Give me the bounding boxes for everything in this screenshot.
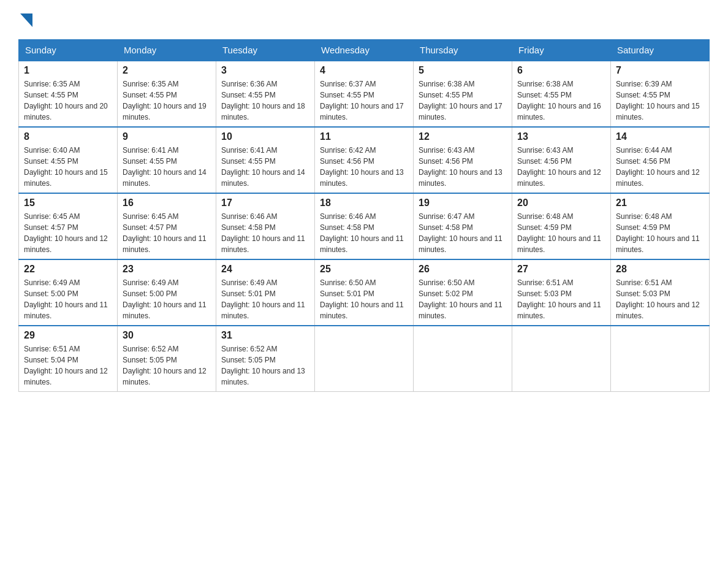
day-number: 13 <box>517 131 605 142</box>
calendar-cell: 24Sunrise: 6:49 AMSunset: 5:01 PMDayligh… <box>216 259 315 326</box>
weekday-header-saturday: Saturday <box>611 40 710 61</box>
weekday-header-wednesday: Wednesday <box>315 40 414 61</box>
day-info: Sunrise: 6:42 AMSunset: 4:56 PMDaylight:… <box>320 145 408 189</box>
day-number: 31 <box>221 330 309 341</box>
day-info: Sunrise: 6:51 AMSunset: 5:04 PMDaylight:… <box>24 343 112 388</box>
calendar-cell: 2Sunrise: 6:35 AMSunset: 4:55 PMDaylight… <box>118 61 216 127</box>
day-number: 28 <box>616 264 704 275</box>
calendar-cell: 7Sunrise: 6:39 AMSunset: 4:55 PMDaylight… <box>611 61 710 127</box>
calendar-cell: 29Sunrise: 6:51 AMSunset: 5:04 PMDayligh… <box>19 326 118 392</box>
day-info: Sunrise: 6:45 AMSunset: 4:57 PMDaylight:… <box>24 211 112 255</box>
calendar-cell <box>512 326 611 392</box>
calendar-cell: 30Sunrise: 6:52 AMSunset: 5:05 PMDayligh… <box>118 326 216 392</box>
weekday-header-monday: Monday <box>118 40 216 61</box>
day-info: Sunrise: 6:40 AMSunset: 4:55 PMDaylight:… <box>24 145 112 189</box>
calendar-cell: 31Sunrise: 6:52 AMSunset: 5:05 PMDayligh… <box>216 326 315 392</box>
calendar-cell: 6Sunrise: 6:38 AMSunset: 4:55 PMDaylight… <box>512 61 611 127</box>
calendar-cell: 13Sunrise: 6:43 AMSunset: 4:56 PMDayligh… <box>512 127 611 193</box>
day-number: 1 <box>24 65 112 76</box>
day-number: 4 <box>320 65 408 76</box>
calendar-cell: 1Sunrise: 6:35 AMSunset: 4:55 PMDaylight… <box>19 61 118 127</box>
day-info: Sunrise: 6:46 AMSunset: 4:58 PMDaylight:… <box>320 211 408 255</box>
day-info: Sunrise: 6:39 AMSunset: 4:55 PMDaylight:… <box>616 79 704 123</box>
day-number: 6 <box>517 65 605 76</box>
calendar-cell: 17Sunrise: 6:46 AMSunset: 4:58 PMDayligh… <box>216 193 315 259</box>
calendar-cell: 3Sunrise: 6:36 AMSunset: 4:55 PMDaylight… <box>216 61 315 127</box>
calendar-cell: 27Sunrise: 6:51 AMSunset: 5:03 PMDayligh… <box>512 259 611 326</box>
calendar-cell: 28Sunrise: 6:51 AMSunset: 5:03 PMDayligh… <box>611 259 710 326</box>
logo-arrow-icon <box>20 13 32 27</box>
week-row-2: 8Sunrise: 6:40 AMSunset: 4:55 PMDaylight… <box>19 127 710 193</box>
day-number: 7 <box>616 65 704 76</box>
day-number: 26 <box>419 264 507 275</box>
day-info: Sunrise: 6:49 AMSunset: 5:00 PMDaylight:… <box>123 277 211 321</box>
calendar-table: SundayMondayTuesdayWednesdayThursdayFrid… <box>18 39 710 392</box>
day-number: 24 <box>221 264 309 275</box>
calendar-cell <box>611 326 710 392</box>
day-info: Sunrise: 6:49 AMSunset: 5:00 PMDaylight:… <box>24 277 112 321</box>
day-number: 15 <box>24 197 112 209</box>
day-number: 19 <box>419 197 507 209</box>
day-number: 5 <box>419 65 507 76</box>
day-info: Sunrise: 6:35 AMSunset: 4:55 PMDaylight:… <box>24 79 112 123</box>
calendar-cell: 9Sunrise: 6:41 AMSunset: 4:55 PMDaylight… <box>118 127 216 193</box>
day-info: Sunrise: 6:43 AMSunset: 4:56 PMDaylight:… <box>419 145 507 189</box>
week-row-5: 29Sunrise: 6:51 AMSunset: 5:04 PMDayligh… <box>19 326 710 392</box>
calendar-cell: 11Sunrise: 6:42 AMSunset: 4:56 PMDayligh… <box>315 127 414 193</box>
calendar-cell: 19Sunrise: 6:47 AMSunset: 4:58 PMDayligh… <box>414 193 512 259</box>
weekday-header-row: SundayMondayTuesdayWednesdayThursdayFrid… <box>19 40 710 61</box>
day-number: 18 <box>320 197 408 209</box>
day-info: Sunrise: 6:41 AMSunset: 4:55 PMDaylight:… <box>123 145 211 189</box>
day-info: Sunrise: 6:48 AMSunset: 4:59 PMDaylight:… <box>616 211 704 255</box>
day-info: Sunrise: 6:38 AMSunset: 4:55 PMDaylight:… <box>419 79 507 123</box>
day-info: Sunrise: 6:51 AMSunset: 5:03 PMDaylight:… <box>517 277 605 321</box>
weekday-header-thursday: Thursday <box>414 40 512 61</box>
calendar-cell: 16Sunrise: 6:45 AMSunset: 4:57 PMDayligh… <box>118 193 216 259</box>
day-number: 14 <box>616 131 704 142</box>
day-info: Sunrise: 6:41 AMSunset: 4:55 PMDaylight:… <box>221 145 309 189</box>
day-number: 25 <box>320 264 408 275</box>
day-info: Sunrise: 6:52 AMSunset: 5:05 PMDaylight:… <box>123 343 211 388</box>
day-info: Sunrise: 6:49 AMSunset: 5:01 PMDaylight:… <box>221 277 309 321</box>
day-info: Sunrise: 6:48 AMSunset: 4:59 PMDaylight:… <box>517 211 605 255</box>
day-number: 8 <box>24 131 112 142</box>
weekday-header-tuesday: Tuesday <box>216 40 315 61</box>
day-number: 12 <box>419 131 507 142</box>
day-info: Sunrise: 6:47 AMSunset: 4:58 PMDaylight:… <box>419 211 507 255</box>
logo <box>18 12 32 27</box>
day-info: Sunrise: 6:45 AMSunset: 4:57 PMDaylight:… <box>123 211 211 255</box>
weekday-header-sunday: Sunday <box>19 40 118 61</box>
calendar-cell: 22Sunrise: 6:49 AMSunset: 5:00 PMDayligh… <box>19 259 118 326</box>
day-number: 29 <box>24 330 112 341</box>
day-number: 17 <box>221 197 309 209</box>
day-info: Sunrise: 6:50 AMSunset: 5:01 PMDaylight:… <box>320 277 408 321</box>
day-number: 2 <box>123 65 211 76</box>
weekday-header-friday: Friday <box>512 40 611 61</box>
week-row-1: 1Sunrise: 6:35 AMSunset: 4:55 PMDaylight… <box>19 61 710 127</box>
day-info: Sunrise: 6:37 AMSunset: 4:55 PMDaylight:… <box>320 79 408 123</box>
day-info: Sunrise: 6:52 AMSunset: 5:05 PMDaylight:… <box>221 343 309 388</box>
day-number: 10 <box>221 131 309 142</box>
calendar-cell: 8Sunrise: 6:40 AMSunset: 4:55 PMDaylight… <box>19 127 118 193</box>
day-info: Sunrise: 6:44 AMSunset: 4:56 PMDaylight:… <box>616 145 704 189</box>
day-number: 22 <box>24 264 112 275</box>
calendar-cell: 25Sunrise: 6:50 AMSunset: 5:01 PMDayligh… <box>315 259 414 326</box>
week-row-4: 22Sunrise: 6:49 AMSunset: 5:00 PMDayligh… <box>19 259 710 326</box>
calendar-cell <box>315 326 414 392</box>
day-number: 27 <box>517 264 605 275</box>
calendar-cell: 26Sunrise: 6:50 AMSunset: 5:02 PMDayligh… <box>414 259 512 326</box>
calendar-cell: 15Sunrise: 6:45 AMSunset: 4:57 PMDayligh… <box>19 193 118 259</box>
day-number: 11 <box>320 131 408 142</box>
page-header <box>18 12 710 27</box>
day-number: 21 <box>616 197 704 209</box>
calendar-cell: 21Sunrise: 6:48 AMSunset: 4:59 PMDayligh… <box>611 193 710 259</box>
day-info: Sunrise: 6:51 AMSunset: 5:03 PMDaylight:… <box>616 277 704 321</box>
calendar-cell: 12Sunrise: 6:43 AMSunset: 4:56 PMDayligh… <box>414 127 512 193</box>
day-info: Sunrise: 6:46 AMSunset: 4:58 PMDaylight:… <box>221 211 309 255</box>
day-number: 20 <box>517 197 605 209</box>
calendar-cell: 4Sunrise: 6:37 AMSunset: 4:55 PMDaylight… <box>315 61 414 127</box>
day-number: 23 <box>123 264 211 275</box>
svg-marker-0 <box>20 13 32 27</box>
day-number: 16 <box>123 197 211 209</box>
day-info: Sunrise: 6:38 AMSunset: 4:55 PMDaylight:… <box>517 79 605 123</box>
